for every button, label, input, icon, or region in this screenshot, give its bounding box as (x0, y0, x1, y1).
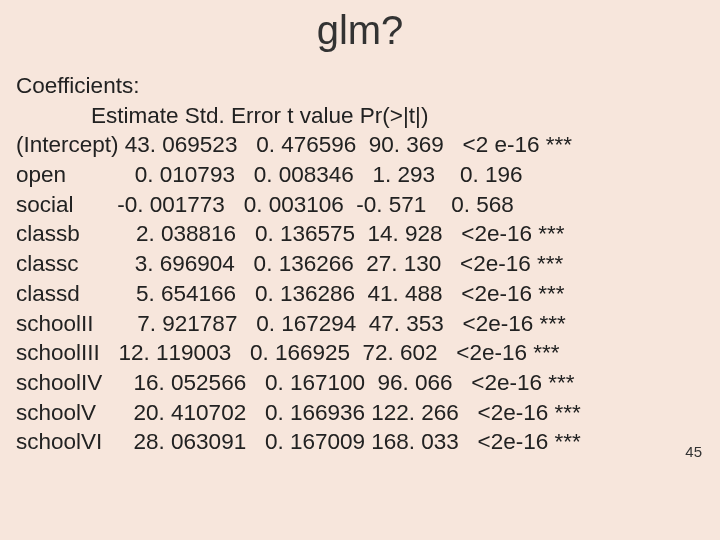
table-row: schoolIV 16. 052566 0. 167100 96. 066 <2… (16, 368, 720, 398)
table-row: classd 5. 654166 0. 136286 41. 488 <2e-1… (16, 279, 720, 309)
table-row: social -0. 001773 0. 003106 -0. 571 0. 5… (16, 190, 720, 220)
table-row: (Intercept) 43. 069523 0. 476596 90. 369… (16, 130, 720, 160)
table-row: classb 2. 038816 0. 136575 14. 928 <2e-1… (16, 219, 720, 249)
coef-columns: Estimate Std. Error t value Pr(>|t|) (16, 101, 720, 131)
table-row: open 0. 010793 0. 008346 1. 293 0. 196 (16, 160, 720, 190)
table-row: schoolII 7. 921787 0. 167294 47. 353 <2e… (16, 309, 720, 339)
page-number: 45 (685, 443, 702, 460)
coef-header: Coefficients: (16, 71, 720, 101)
slide-title: glm? (0, 0, 720, 71)
coefficients-block: Coefficients: Estimate Std. Error t valu… (0, 71, 720, 457)
table-row: schoolV 20. 410702 0. 166936 122. 266 <2… (16, 398, 720, 428)
table-row: schoolVI 28. 063091 0. 167009 168. 033 <… (16, 427, 720, 457)
table-row: classc 3. 696904 0. 136266 27. 130 <2e-1… (16, 249, 720, 279)
table-row: schoolIII 12. 119003 0. 166925 72. 602 <… (16, 338, 720, 368)
